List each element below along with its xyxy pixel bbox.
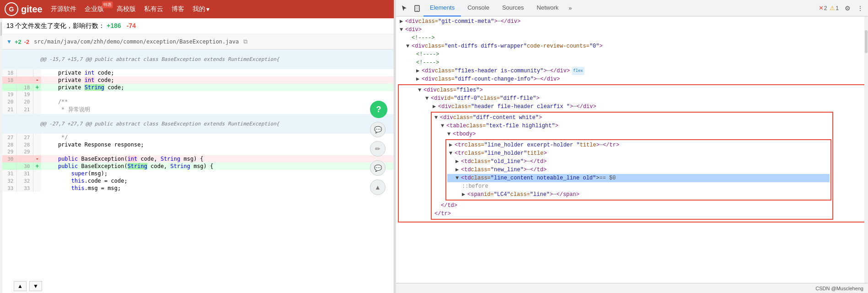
table-row: 33 33 this.msg = msg;	[0, 184, 394, 192]
diff-hunk-2: @@ -27,7 +27,7 @@ public abstract class …	[0, 114, 394, 134]
dom-line[interactable]: ▼ <div>	[396, 26, 868, 34]
dom-line[interactable]: <!---->	[396, 59, 868, 67]
bottom-nav-arrows: ▲ ▼	[14, 281, 42, 291]
error-badge-container: ✕ 2	[819, 5, 827, 11]
dom-line[interactable]: ▶ <tr class="line_holder excerpt-holder …	[447, 141, 830, 149]
line-content: this.msg = msg;	[41, 184, 394, 192]
nav-private-cloud[interactable]: 私有云	[144, 5, 163, 13]
help-button[interactable]: ?	[370, 101, 387, 118]
more-options-icon[interactable]: ⋮	[854, 2, 866, 14]
nav-enterprise[interactable]: 企业版	[85, 5, 104, 12]
old-line-num	[0, 163, 16, 170]
top-nav: G gitee 开源软件 企业版 特惠 高校版 私有云 博客 我的 ▾	[0, 0, 394, 18]
table-row: 18 private int code;	[0, 69, 394, 76]
enterprise-badge: 特惠	[102, 1, 113, 8]
table-row: 29 29	[0, 148, 394, 155]
dom-line[interactable]: ▼ <div class="diff-content white" >	[433, 114, 831, 122]
old-line-num: 18	[0, 69, 16, 76]
dom-line-selected[interactable]: ▼ <td class="line_content noteable_line …	[447, 174, 830, 182]
dom-line[interactable]: ▼ <div class="ent-diffs diffs-wrapper" c…	[396, 42, 868, 50]
comment-button[interactable]: 💬	[370, 122, 386, 137]
line-content: private Response response;	[41, 141, 394, 148]
table-row: 27 27 */	[0, 134, 394, 141]
new-line-num: 20	[16, 98, 33, 105]
dom-line[interactable]: ▼ <div id="diff-0" class="diff-file" >	[400, 94, 864, 103]
hunk-2-content: @@ -27,7 +27,7 @@ public abstract class …	[40, 121, 279, 127]
dom-line[interactable]: </tr>	[433, 210, 831, 218]
new-line-num: 32	[16, 177, 33, 184]
table-row: 19 19	[0, 91, 394, 98]
new-line-num: 27	[16, 134, 33, 141]
dom-line[interactable]: ▶ <div class="files-header is-community"…	[396, 67, 868, 75]
dom-line[interactable]: ▼ <table class="text-file highlight" >	[433, 122, 831, 130]
line-content	[41, 148, 394, 155]
dom-line[interactable]: ▶ <div class="diff-count-change-info" > …	[396, 75, 868, 83]
dom-line[interactable]: <!---->	[396, 34, 868, 42]
dom-line[interactable]: </td>	[433, 201, 831, 210]
flex-badge: flex	[572, 67, 584, 75]
old-line-num: 19	[0, 91, 16, 98]
copy-icon[interactable]: ⧉	[243, 38, 247, 45]
dom-line[interactable]: ▶ <td class="new_line" > ⋯ </td>	[447, 166, 830, 174]
old-line-num	[0, 84, 16, 91]
old-line-num: 29	[0, 148, 16, 155]
svg-rect-1	[416, 6, 418, 10]
edit-button[interactable]: ✏	[370, 141, 386, 157]
new-line-num	[16, 76, 33, 84]
error-x-icon: ✕	[819, 5, 824, 11]
dom-line[interactable]: <!---->	[396, 50, 868, 59]
new-line-num: 21	[16, 105, 33, 114]
new-line-num: 19	[16, 91, 33, 98]
left-scrollbar	[0, 18, 2, 293]
nav-logo[interactable]: G gitee	[5, 2, 43, 16]
dom-line[interactable]: ▶ <div class="git-commit-meta" > ⋯ </div…	[396, 17, 868, 26]
settings-icon[interactable]: ⚙	[841, 2, 853, 14]
old-line-num: 31	[0, 170, 16, 177]
nav-mine[interactable]: 我的 ▾	[193, 5, 209, 13]
dom-line[interactable]: ▼ <div class="files" >	[400, 86, 864, 94]
tab-sources[interactable]: Sources	[496, 0, 530, 16]
device-icon[interactable]	[411, 2, 423, 15]
scroll-top-button[interactable]: ▲	[370, 179, 386, 195]
scroll-up-btn[interactable]: ▲	[14, 281, 27, 291]
tab-more[interactable]: »	[565, 0, 575, 16]
float-buttons: ? 💬 ✏ 💬 ▲	[370, 101, 387, 195]
bottom-bar-text: CSDN @Muscleheng	[815, 286, 863, 291]
new-line-num	[16, 155, 33, 163]
line-marker	[33, 170, 41, 177]
bottom-bar: CSDN @Muscleheng	[396, 283, 868, 293]
new-line-num: 30	[16, 163, 33, 170]
dom-line[interactable]: ▶ <div class="header file-header clearfi…	[400, 103, 864, 111]
file-expand-arrow[interactable]: ▼	[6, 38, 12, 45]
change-negative: -74	[127, 22, 136, 29]
right-scrollbar[interactable]	[864, 16, 868, 283]
table-row: 32 32 this.code = code;	[0, 177, 394, 184]
tab-console[interactable]: Console	[461, 0, 496, 16]
table-row: 18 - private int code;	[0, 76, 394, 84]
nav-blog[interactable]: 博客	[171, 5, 184, 13]
line-marker: -	[33, 155, 41, 163]
line-content: /**	[41, 98, 394, 105]
old-line-num: 18	[0, 76, 16, 84]
scroll-down-btn[interactable]: ▼	[29, 281, 42, 291]
message-button[interactable]: 💬	[370, 160, 386, 176]
nav-opensource[interactable]: 开源软件	[51, 5, 76, 13]
dom-line[interactable]: ▶ <span id="LC4" class="line" > ⋯ </span…	[447, 190, 830, 199]
diff-container: ▼ +2 -2 src/main/java/com/zhh/demo/commo…	[0, 34, 394, 293]
dom-line[interactable]: ▶ <td class="old_line" > ⋯ </td>	[447, 157, 830, 166]
tab-network[interactable]: Network	[530, 0, 565, 16]
dom-pseudo-before[interactable]: ::before	[447, 182, 830, 190]
tab-elements[interactable]: Elements	[423, 0, 461, 16]
inspect-icon[interactable]	[398, 2, 411, 15]
line-content: private String code;	[41, 84, 394, 91]
nav-school[interactable]: 高校版	[117, 5, 136, 13]
line-content: * 异常说明	[41, 105, 394, 114]
dom-line[interactable]: ▼ <tbody>	[433, 130, 831, 138]
line-marker: +	[33, 84, 41, 91]
dom-line[interactable]: ▼ <tr class="line_holder" title >	[447, 149, 830, 157]
inner-highlight-box: ▼ <div class="diff-content white" > ▼ <t…	[431, 112, 833, 220]
svg-point-2	[417, 10, 418, 11]
file-path: src/main/java/com/zhh/demo/common/except…	[34, 38, 239, 45]
hunk-1-content: @@ -15,7 +15,7 @@ public abstract class …	[40, 56, 279, 62]
file-diff-minus: -2	[24, 38, 30, 45]
